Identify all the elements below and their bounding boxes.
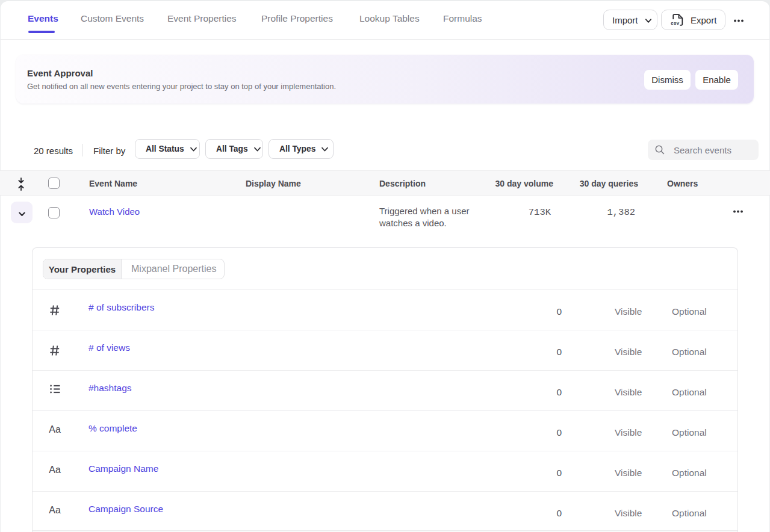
svg-text:csv: csv (671, 20, 680, 26)
